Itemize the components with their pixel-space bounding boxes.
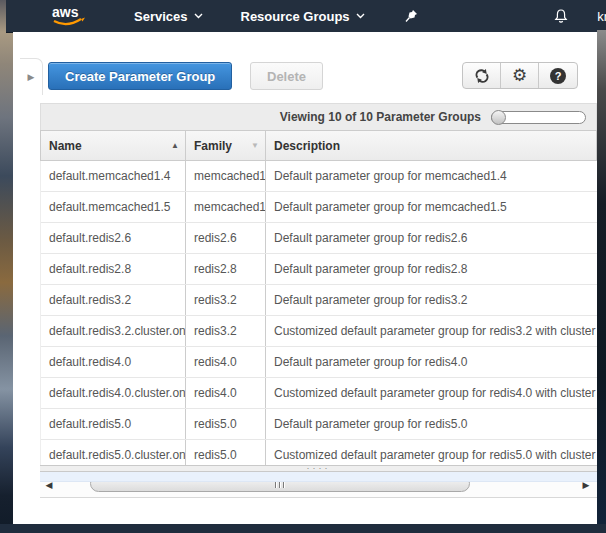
sort-asc-icon: ▲ (171, 141, 179, 150)
table-row[interactable]: default.redis5.0 redis5.0 Default parame… (41, 409, 597, 440)
cell-name: default.redis4.0 (41, 347, 186, 377)
collapse-arrow-icon: ▶ (28, 72, 35, 82)
table-row[interactable]: default.redis4.0 redis4.0 Default parame… (41, 347, 597, 378)
cell-family: redis4.0 (186, 378, 266, 408)
resize-grip-dots: ···· (307, 467, 331, 470)
cell-description: Default parameter group for redis2.8 (266, 254, 597, 284)
delete-button[interactable]: Delete (250, 62, 323, 90)
cell-name: default.redis3.2 (41, 285, 186, 315)
cell-family: memcached1.5 (186, 192, 266, 222)
page-content: ▶ Create Parameter Group Delete ⚙ ? (13, 32, 597, 524)
cell-family: redis2.6 (186, 223, 266, 253)
cell-family: redis2.8 (186, 254, 266, 284)
refresh-icon (474, 68, 490, 84)
cell-description: Default parameter group for redis3.2 (266, 285, 597, 315)
chevron-down-icon (356, 13, 365, 19)
cell-name: default.memcached1.5 (41, 192, 186, 222)
cell-family: redis4.0 (186, 347, 266, 377)
cell-description: Customized default parameter group for r… (266, 378, 597, 408)
cell-name: default.redis4.0.cluster.on (41, 378, 186, 408)
pin-icon[interactable] (405, 9, 418, 23)
parameter-groups-panel: Viewing 10 of 10 Parameter Groups Name ▲… (40, 103, 597, 498)
pagination-slider[interactable] (491, 111, 586, 124)
desktop-edge-left (0, 0, 13, 533)
help-button[interactable]: ? (539, 63, 577, 88)
cell-description: Default parameter group for redis4.0 (266, 347, 597, 377)
sidebar-collapse-button[interactable]: ▶ (20, 58, 43, 95)
chevron-down-icon (194, 13, 203, 19)
table-header: Name ▲ Family ▼ Description (40, 130, 597, 161)
toolbar-icon-group: ⚙ ? (462, 62, 578, 89)
table-row[interactable]: default.memcached1.5 memcached1.5 Defaul… (41, 192, 597, 223)
column-header-name[interactable]: Name ▲ (41, 131, 186, 160)
cell-name: default.redis2.6 (41, 223, 186, 253)
nav-user-menu[interactable]: kr (597, 9, 606, 24)
cell-family: redis3.2 (186, 316, 266, 346)
table-body: default.memcached1.4 memcached1.4 Defaul… (40, 161, 597, 471)
refresh-button[interactable] (463, 63, 501, 88)
cell-description: Default parameter group for memcached1.4 (266, 161, 597, 191)
help-icon: ? (550, 68, 566, 84)
desktop-edge-bottom (0, 524, 606, 533)
cell-name: default.redis5.0 (41, 409, 186, 439)
cell-family: redis5.0 (186, 409, 266, 439)
column-label: Description (274, 139, 340, 153)
create-parameter-group-button[interactable]: Create Parameter Group (48, 62, 232, 90)
aws-logo[interactable]: aws (48, 3, 90, 29)
viewing-bar: Viewing 10 of 10 Parameter Groups (40, 103, 597, 130)
table-row[interactable]: default.redis3.2 redis3.2 Default parame… (41, 285, 597, 316)
pagination-slider-knob[interactable] (491, 110, 506, 125)
cell-description: Customized default parameter group for r… (266, 316, 597, 346)
nav-resource-groups-label: Resource Groups (241, 9, 350, 24)
cell-name: default.redis2.8 (41, 254, 186, 284)
column-header-description[interactable]: Description (266, 131, 596, 160)
cell-family: memcached1.4 (186, 161, 266, 191)
column-label: Family (194, 139, 232, 153)
table-row[interactable]: default.redis4.0.cluster.on redis4.0 Cus… (41, 378, 597, 409)
desktop-edge-right (597, 30, 606, 524)
panel-resize-handle[interactable]: ···· (40, 465, 597, 472)
cell-family: redis3.2 (186, 285, 266, 315)
column-label: Name (49, 139, 82, 153)
cell-name: default.memcached1.4 (41, 161, 186, 191)
cell-name: default.redis3.2.cluster.on (41, 316, 186, 346)
viewing-count-text: Viewing 10 of 10 Parameter Groups (280, 110, 481, 124)
top-navbar: aws Services Resource Groups (6, 0, 606, 33)
bell-icon[interactable] (553, 8, 569, 25)
svg-text:aws: aws (52, 4, 79, 20)
table-row[interactable]: default.redis3.2.cluster.on redis3.2 Cus… (41, 316, 597, 347)
gear-icon: ⚙ (512, 67, 527, 84)
table-row[interactable]: default.memcached1.4 memcached1.4 Defaul… (41, 161, 597, 192)
footer-highlight-band (40, 472, 597, 482)
table-row[interactable]: default.redis2.8 redis2.8 Default parame… (41, 254, 597, 285)
cell-description: Default parameter group for memcached1.5 (266, 192, 597, 222)
cell-description: Default parameter group for redis2.6 (266, 223, 597, 253)
nav-services-menu[interactable]: Services (134, 9, 203, 24)
column-header-family[interactable]: Family ▼ (186, 131, 266, 160)
cell-description: Default parameter group for redis5.0 (266, 409, 597, 439)
settings-button[interactable]: ⚙ (501, 63, 539, 88)
table-row[interactable]: default.redis2.6 redis2.6 Default parame… (41, 223, 597, 254)
nav-services-label: Services (134, 9, 188, 24)
nav-resource-groups-menu[interactable]: Resource Groups (241, 9, 365, 24)
aws-console-window: aws Services Resource Groups (0, 0, 606, 533)
sort-icon: ▼ (251, 141, 259, 150)
